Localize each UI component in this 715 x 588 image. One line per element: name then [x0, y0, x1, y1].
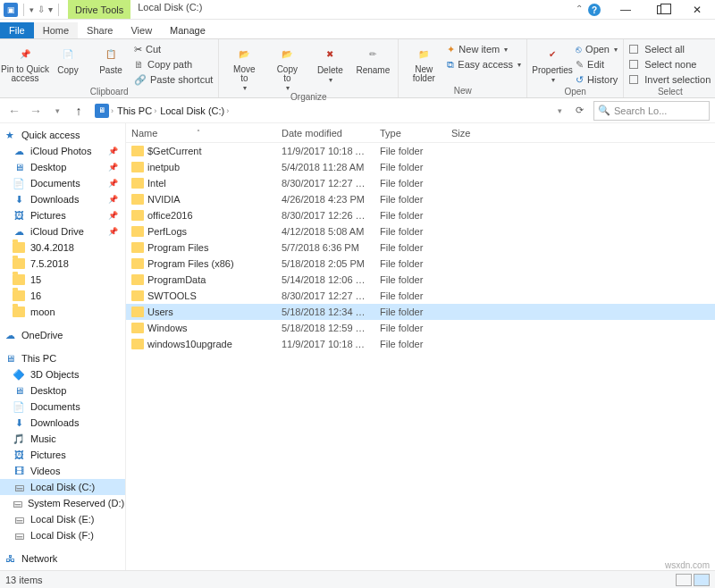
tab-view[interactable]: View	[122, 22, 161, 38]
forward-button[interactable]: →	[27, 102, 45, 120]
qat-dropdown-icon[interactable]: ▾	[29, 5, 34, 14]
sidebar-item-16[interactable]: 16	[0, 288, 125, 304]
sidebar-network[interactable]: 🖧Network	[0, 550, 125, 567]
file-row[interactable]: SWTOOLS8/30/2017 12:27 PMFile folder	[126, 288, 715, 304]
properties-button[interactable]: ✔Properties▾	[533, 41, 572, 84]
file-row[interactable]: Program Files5/7/2018 6:36 PMFile folder	[126, 239, 715, 256]
cut-button[interactable]: ✂Cut	[134, 42, 213, 56]
file-row[interactable]: Program Files (x86)5/18/2018 2:05 PMFile…	[126, 256, 715, 272]
breadcrumb[interactable]: 🖥› This PC› Local Disk (C:)› ▾ ⟳	[91, 101, 590, 121]
context-tab-drive-tools[interactable]: Drive Tools	[68, 0, 130, 19]
tab-manage[interactable]: Manage	[161, 22, 214, 38]
file-row[interactable]: Users5/18/2018 12:34 PMFile folder	[126, 304, 715, 320]
column-date[interactable]: Date modified	[276, 128, 374, 139]
move-to-button[interactable]: 📂Move to▾	[224, 41, 264, 92]
new-item-button[interactable]: ✦New item▾	[447, 42, 521, 56]
3d-icon: 🔷	[13, 368, 25, 381]
file-row[interactable]: ProgramData5/14/2018 12:06 PMFile folder	[126, 272, 715, 288]
sidebar-item-pictures[interactable]: 🖼Pictures	[0, 447, 125, 463]
breadcrumb-location[interactable]: Local Disk (C:)	[160, 105, 224, 116]
file-row[interactable]: Intel8/30/2017 12:27 PMFile folder	[126, 175, 715, 191]
back-button[interactable]: ←	[5, 102, 23, 120]
select-all-button[interactable]: Select all	[629, 42, 711, 56]
details-view-button[interactable]	[676, 574, 692, 586]
search-input[interactable]: 🔍 Search Lo...	[593, 101, 710, 121]
this-pc-icon: 🖥	[95, 104, 109, 118]
thumbnails-view-button[interactable]	[694, 574, 710, 586]
pictures-icon: 🖼	[13, 209, 25, 222]
copy-path-button[interactable]: 🗎Copy path	[134, 57, 213, 71]
file-row[interactable]: NVIDIA4/26/2018 4:23 PMFile folder	[126, 191, 715, 207]
sidebar-item-music[interactable]: 🎵Music	[0, 431, 125, 447]
qat-overflow-icon[interactable]: ⇩	[38, 4, 45, 14]
delete-button[interactable]: ✖Delete▾	[310, 41, 349, 84]
sidebar-onedrive[interactable]: ☁OneDrive	[0, 327, 125, 343]
breadcrumb-this-pc[interactable]: This PC	[117, 105, 152, 116]
address-dropdown-icon[interactable]: ▾	[551, 102, 568, 120]
sidebar-item-7-5-2018[interactable]: 7.5.2018	[0, 256, 125, 272]
column-name[interactable]: Name˄	[126, 128, 276, 139]
ribbon-collapse-icon[interactable]: ⌃	[576, 4, 583, 19]
column-size[interactable]: Size	[446, 128, 500, 139]
pin-icon: 📌	[108, 227, 118, 236]
file-row[interactable]: PerfLogs4/12/2018 5:08 AMFile folder	[126, 223, 715, 239]
edit-button[interactable]: ✎Edit	[576, 57, 618, 71]
tab-file[interactable]: File	[0, 22, 34, 38]
minimize-button[interactable]: —	[608, 0, 644, 19]
tab-home[interactable]: Home	[34, 22, 78, 38]
sidebar-item-pictures[interactable]: 🖼Pictures📌	[0, 207, 125, 223]
up-button[interactable]: ↑	[70, 102, 88, 120]
recent-locations-button[interactable]: ▾	[48, 102, 66, 120]
sidebar-item-videos[interactable]: 🎞Videos	[0, 463, 125, 479]
sidebar-item-label: Desktop	[30, 162, 66, 172]
open-button[interactable]: ⎋Open▾	[576, 42, 618, 56]
sidebar-item-desktop[interactable]: 🖥Desktop📌	[0, 159, 125, 175]
file-row[interactable]: $GetCurrent11/9/2017 10:18 AMFile folder	[126, 143, 715, 159]
easy-access-button[interactable]: ⧉Easy access▾	[447, 57, 521, 71]
sidebar-item-30-4-2018[interactable]: 30.4.2018	[0, 239, 125, 256]
sidebar-item-local-disk-f-[interactable]: 🖴Local Disk (F:)	[0, 527, 125, 543]
paste-shortcut-button[interactable]: 🔗Paste shortcut	[134, 72, 213, 87]
sidebar-item-system-reserved-d-[interactable]: 🖴System Reserved (D:)	[0, 495, 125, 511]
search-icon: 🔍	[598, 105, 610, 116]
pin-icon: 📌	[108, 147, 118, 155]
file-row[interactable]: Windows5/18/2018 12:59 PMFile folder	[126, 320, 715, 336]
pin-quick-access-button[interactable]: 📌 Pin to Quick access	[5, 41, 45, 83]
refresh-button[interactable]: ⟳	[568, 105, 590, 116]
new-folder-button[interactable]: 📁New folder	[404, 41, 443, 83]
documents-icon: 📄	[13, 400, 25, 413]
sidebar-item-downloads[interactable]: ⬇Downloads	[0, 415, 125, 431]
sidebar-item-moon[interactable]: moon	[0, 304, 125, 320]
sidebar-item-15[interactable]: 15	[0, 272, 125, 288]
tab-share[interactable]: Share	[78, 22, 122, 38]
drive-icon: 🖴	[13, 513, 25, 525]
sidebar-item-local-disk-c-[interactable]: 🖴Local Disk (C:)	[0, 479, 125, 495]
invert-selection-button[interactable]: Invert selection	[629, 72, 711, 87]
column-type[interactable]: Type	[374, 128, 446, 139]
history-button[interactable]: ↺History	[576, 72, 618, 87]
close-button[interactable]: ✕	[679, 0, 715, 19]
help-icon[interactable]: ?	[588, 4, 601, 16]
file-row[interactable]: office20168/30/2017 12:26 PMFile folder	[126, 207, 715, 223]
sidebar-item-documents[interactable]: 📄Documents	[0, 399, 125, 415]
paste-button[interactable]: 📋 Paste	[91, 41, 130, 75]
sidebar-quick-access[interactable]: ★Quick access	[0, 127, 125, 143]
sidebar-item-icloud-photos[interactable]: ☁iCloud Photos📌	[0, 143, 125, 159]
file-row[interactable]: windows10upgrade11/9/2017 10:18 AMFile f…	[126, 336, 715, 352]
sidebar-item-documents[interactable]: 📄Documents📌	[0, 175, 125, 191]
restore-button[interactable]	[644, 0, 679, 19]
sidebar-this-pc[interactable]: 🖥This PC	[0, 350, 125, 366]
rename-button[interactable]: ✏Rename	[353, 41, 392, 75]
copy-button[interactable]: 📄 Copy	[48, 41, 88, 75]
sidebar-item-local-disk-e-[interactable]: 🖴Local Disk (E:)	[0, 511, 125, 527]
sidebar-item-downloads[interactable]: ⬇Downloads📌	[0, 191, 125, 207]
copy-to-button[interactable]: 📂Copy to▾	[267, 41, 307, 92]
nav-pane[interactable]: ★Quick access ☁iCloud Photos📌🖥Desktop📌📄D…	[0, 123, 125, 570]
file-row[interactable]: inetpub5/4/2018 11:28 AMFile folder	[126, 159, 715, 175]
select-none-button[interactable]: Select none	[629, 57, 711, 71]
sidebar-item-desktop[interactable]: 🖥Desktop	[0, 382, 125, 399]
sidebar-item-icloud-drive[interactable]: ☁iCloud Drive📌	[0, 223, 125, 239]
desktop-icon: 🖥	[13, 384, 25, 397]
file-type: File folder	[374, 290, 446, 301]
sidebar-item-3d-objects[interactable]: 🔷3D Objects	[0, 366, 125, 382]
